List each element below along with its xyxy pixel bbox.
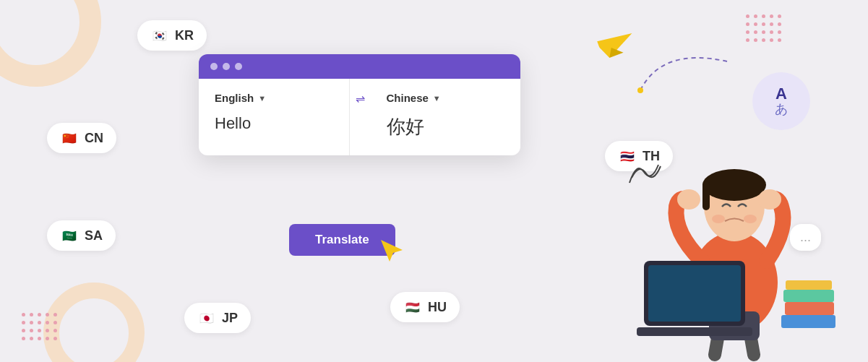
badge-sa[interactable]: 🇸🇦 SA xyxy=(47,220,116,251)
target-language-dropdown-arrow: ▼ xyxy=(433,94,441,103)
svg-point-8 xyxy=(712,215,725,223)
svg-rect-16 xyxy=(781,315,835,328)
svg-rect-15 xyxy=(637,327,752,336)
window-dot-3 xyxy=(235,63,242,70)
cursor-icon xyxy=(381,240,403,269)
translation-window: English ▼ Hello ⇌ Chinese ▼ 你好 xyxy=(199,54,520,155)
translate-button-area: Translate xyxy=(289,224,395,256)
badge-jp[interactable]: 🇯🇵 JP xyxy=(184,303,251,333)
flag-kr: 🇰🇷 xyxy=(150,26,169,45)
svg-point-11 xyxy=(758,189,781,210)
flag-cn: 🇨🇳 xyxy=(60,129,79,147)
svg-rect-14 xyxy=(648,265,741,322)
bg-circle-top-left xyxy=(0,0,101,87)
flag-hu: 🇭🇺 xyxy=(403,298,422,316)
books-illustration xyxy=(781,275,839,340)
svg-rect-18 xyxy=(783,290,834,302)
source-text: Hello xyxy=(215,114,333,133)
svg-point-6 xyxy=(702,169,766,201)
window-dot-2 xyxy=(223,63,230,70)
source-language-label: English xyxy=(215,92,254,104)
flag-jp: 🇯🇵 xyxy=(197,309,216,327)
dot-grid-top-right xyxy=(746,14,781,42)
swap-languages-icon[interactable]: ⇌ xyxy=(350,92,371,105)
window-body: English ▼ Hello ⇌ Chinese ▼ 你好 xyxy=(199,79,520,155)
window-dot-1 xyxy=(210,63,218,70)
badge-cn[interactable]: 🇨🇳 CN xyxy=(47,123,116,153)
laptop-illustration xyxy=(637,261,752,340)
svg-rect-17 xyxy=(785,302,834,315)
label-hu: HU xyxy=(428,300,447,315)
label-kr: KR xyxy=(175,28,194,43)
label-jp: JP xyxy=(222,311,238,326)
badge-kr[interactable]: 🇰🇷 KR xyxy=(137,20,207,51)
target-text: 你好 xyxy=(387,114,505,139)
svg-marker-3 xyxy=(381,240,403,262)
dot-grid-bottom-left xyxy=(22,313,57,340)
bg-circle-bottom-left xyxy=(43,283,145,362)
flag-sa: 🇸🇦 xyxy=(60,226,79,245)
svg-rect-7 xyxy=(702,181,710,210)
target-panel[interactable]: Chinese ▼ 你好 xyxy=(371,79,521,155)
svg-rect-19 xyxy=(786,280,832,290)
target-language-label: Chinese xyxy=(387,92,429,104)
source-language-dropdown-arrow: ▼ xyxy=(258,94,266,103)
badge-hu[interactable]: 🇭🇺 HU xyxy=(390,292,460,322)
label-sa: SA xyxy=(85,228,103,244)
svg-point-9 xyxy=(744,215,757,223)
window-header xyxy=(199,54,520,79)
source-panel[interactable]: English ▼ Hello xyxy=(199,79,350,155)
label-cn: CN xyxy=(85,131,103,146)
target-language-header[interactable]: Chinese ▼ xyxy=(387,92,505,104)
translate-button[interactable]: Translate xyxy=(289,224,395,256)
svg-point-10 xyxy=(677,189,700,210)
source-language-header[interactable]: English ▼ xyxy=(215,92,333,104)
